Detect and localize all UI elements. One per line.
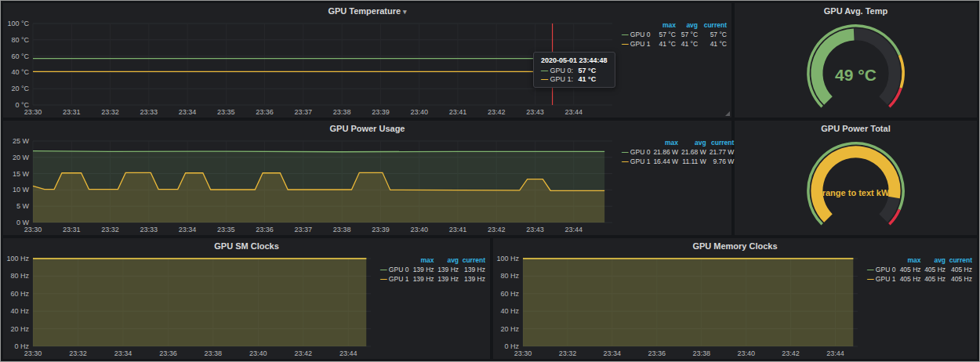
legend-series-name[interactable]: — GPU 0	[620, 30, 655, 39]
tooltip-series-name: GPU 0:	[550, 67, 574, 74]
legend-sort-header[interactable]: max	[652, 138, 680, 147]
panel-title-text: GPU Power Usage	[330, 124, 405, 133]
legend-sort-header[interactable]: max	[411, 255, 435, 265]
svg-text:40 °C: 40 °C	[11, 68, 29, 76]
svg-text:40 Hz: 40 Hz	[500, 307, 519, 315]
svg-text:100 °C: 100 °C	[7, 20, 29, 27]
panel-title-gpu-power-total[interactable]: GPU Power Total	[735, 121, 977, 136]
svg-text:23:42: 23:42	[488, 226, 506, 233]
svg-text:23:38: 23:38	[333, 226, 351, 233]
legend-row: — GPU 021.86 W21.68 W21.77 W	[620, 147, 735, 157]
svg-text:20 Hz: 20 Hz	[500, 325, 519, 333]
svg-text:23:40: 23:40	[410, 226, 428, 233]
legend-series-name[interactable]: — GPU 1	[620, 39, 655, 49]
svg-text:25 W: 25 W	[13, 137, 30, 145]
panel-title-gpu-memory-clocks[interactable]: GPU Memory Clocks	[493, 238, 977, 254]
panel-title-gpu-temperature[interactable]: GPU Temperature▾	[3, 3, 731, 19]
panel-title-gpu-power-usage[interactable]: GPU Power Usage	[3, 121, 731, 136]
svg-text:23:40: 23:40	[249, 349, 267, 357]
legend-value: 405 Hz	[923, 274, 947, 284]
legend-sort-header[interactable]: avg	[680, 138, 708, 147]
legend-row: — GPU 0139 Hz139 Hz139 Hz	[379, 265, 487, 274]
legend-value: 57 °C	[677, 30, 699, 39]
svg-text:23:34: 23:34	[179, 108, 197, 116]
series-color-dash: —	[867, 275, 874, 283]
legend-series-name[interactable]: — GPU 1	[620, 157, 652, 166]
legend-value: 139 Hz	[436, 274, 460, 284]
legend-sort-header[interactable]: avg	[677, 20, 699, 30]
legend-value: 405 Hz	[923, 265, 947, 274]
legend-sort-header[interactable]: current	[947, 255, 974, 265]
series-color-dash: —	[622, 40, 629, 48]
svg-text:23:36: 23:36	[256, 226, 274, 233]
panel-gpu-power-total: GPU Power Total range to text kW	[735, 121, 977, 235]
panel-title-text: GPU SM Clocks	[214, 241, 279, 251]
panel-title-gpu-avg-temp[interactable]: GPU Avg. Temp	[735, 3, 977, 19]
legend-series-name[interactable]: — GPU 0	[379, 265, 411, 274]
legend-sort-header[interactable]: current	[460, 255, 487, 265]
svg-text:23:35: 23:35	[217, 108, 235, 116]
svg-text:60 Hz: 60 Hz	[500, 290, 519, 298]
svg-text:23:39: 23:39	[372, 108, 390, 116]
legend-series-name[interactable]: — GPU 0	[866, 265, 898, 274]
time-series-chart[interactable]: 100 Hz80 Hz60 Hz40 Hz20 Hz0 Hz23:3023:32…	[495, 254, 864, 357]
legend-value: 405 Hz	[947, 265, 974, 274]
svg-text:10 W: 10 W	[13, 186, 30, 194]
legend-row: — GPU 1405 Hz405 Hz405 Hz	[866, 274, 974, 284]
legend-value: 405 Hz	[898, 274, 922, 284]
legend-row: — GPU 141 °C41 °C41 °C	[620, 39, 728, 49]
legend-series-name[interactable]: — GPU 0	[620, 147, 652, 157]
panel-title-text: GPU Power Total	[821, 124, 890, 133]
legend-value: 405 Hz	[898, 265, 922, 274]
gauge: range to text kW	[735, 136, 977, 233]
time-series-chart[interactable]: 100 °C80 °C60 °C40 °C20 °C0 °C23:3023:31…	[5, 19, 619, 116]
legend-value: 21.77 W	[708, 147, 736, 157]
svg-text:20 °C: 20 °C	[11, 85, 29, 92]
panel-resize-handle[interactable]	[725, 111, 730, 116]
legend-sort-header[interactable]: current	[699, 20, 728, 30]
legend-sort-header[interactable]: max	[898, 255, 922, 265]
panel-title-text: GPU Temperature	[328, 6, 401, 16]
panel-gpu-sm-clocks: GPU SM Clocks 100 Hz80 Hz60 Hz40 Hz20 Hz…	[3, 238, 490, 359]
legend-table: maxavgcurrent— GPU 0405 Hz405 Hz405 Hz— …	[866, 255, 974, 284]
gauge-value: 49 °C	[735, 66, 977, 85]
svg-text:23:35: 23:35	[217, 226, 235, 233]
svg-text:23:40: 23:40	[410, 108, 428, 116]
legend-sort-header[interactable]: avg	[923, 255, 947, 265]
legend-value: 41 °C	[677, 39, 699, 49]
panel-title-text: GPU Memory Clocks	[692, 241, 777, 251]
svg-text:23:41: 23:41	[449, 226, 467, 233]
panel-title-gpu-sm-clocks[interactable]: GPU SM Clocks	[3, 238, 490, 254]
svg-text:80 °C: 80 °C	[11, 36, 29, 44]
legend-row: — GPU 0405 Hz405 Hz405 Hz	[866, 265, 974, 274]
legend-value: 9.76 W	[708, 157, 736, 166]
legend-table: maxavgcurrent— GPU 021.86 W21.68 W21.77 …	[620, 138, 728, 166]
legend-value: 57 °C	[699, 30, 728, 39]
series-color-dash: —	[622, 31, 629, 38]
svg-text:23:44: 23:44	[826, 349, 844, 357]
svg-text:23:33: 23:33	[140, 108, 158, 116]
svg-text:23:37: 23:37	[295, 226, 313, 233]
legend-value: 139 Hz	[411, 274, 435, 284]
svg-text:23:36: 23:36	[648, 349, 666, 357]
series-color-dash: —	[622, 148, 629, 156]
panel-gpu-power-usage: GPU Power Usage 25 W20 W15 W10 W5 W0 W23…	[3, 121, 731, 235]
legend-sort-header[interactable]: current	[708, 138, 736, 147]
svg-text:23:39: 23:39	[372, 226, 390, 233]
legend-series-name[interactable]: — GPU 1	[379, 274, 411, 284]
legend-series-name[interactable]: — GPU 1	[866, 274, 898, 284]
panel-gpu-avg-temp: GPU Avg. Temp 49 °C	[735, 3, 977, 118]
svg-text:23:31: 23:31	[63, 226, 81, 233]
legend-value: 41 °C	[699, 39, 728, 49]
panel-title-text: GPU Avg. Temp	[824, 6, 888, 16]
legend-sort-header[interactable]: avg	[436, 255, 460, 265]
grafana-dashboard: GPU Temperature▾ 100 °C80 °C60 °C40 °C20…	[0, 0, 980, 362]
svg-text:20 Hz: 20 Hz	[10, 325, 29, 333]
legend-sort-header[interactable]: max	[655, 20, 677, 30]
svg-text:23:34: 23:34	[114, 349, 132, 357]
graph-tooltip: 2020-05-01 23:44:48 — GPU 0: 57 °C — GPU…	[533, 52, 615, 88]
time-series-chart[interactable]: 100 Hz80 Hz60 Hz40 Hz20 Hz0 Hz23:3023:32…	[5, 254, 377, 357]
time-series-chart[interactable]: 25 W20 W15 W10 W5 W0 W23:3023:3123:3223:…	[5, 136, 619, 233]
svg-text:23:36: 23:36	[159, 349, 177, 357]
series-color-dash: —	[380, 266, 387, 273]
